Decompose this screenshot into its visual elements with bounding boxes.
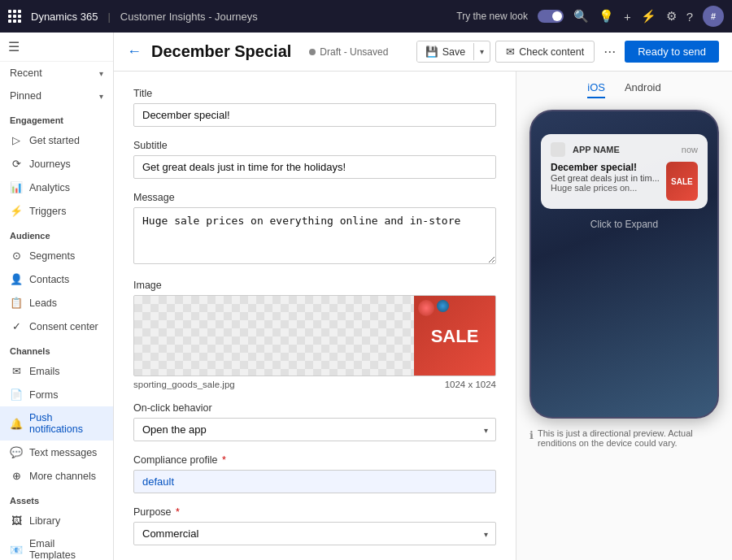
- sidebar-item-pinned[interactable]: Pinned ▾: [0, 85, 113, 107]
- sidebar-item-more-channels[interactable]: ⊕ More channels: [0, 464, 113, 488]
- sale-text: SALE: [431, 326, 479, 347]
- search-icon[interactable]: 🔍: [573, 9, 589, 24]
- phone-mockup: APP NAME now December special! Get great…: [529, 110, 719, 419]
- image-meta: sporting_goods_sale.jpg 1024 x 1024: [133, 380, 496, 389]
- library-icon: 🖼: [10, 514, 23, 527]
- sidebar-item-label: Segments: [29, 250, 75, 262]
- image-filename: sporting_goods_sale.jpg: [133, 380, 235, 389]
- notif-app-icon: [551, 142, 565, 157]
- check-content-button[interactable]: ✉ Check content: [495, 41, 595, 63]
- sidebar-item-label: Contacts: [29, 274, 69, 285]
- sidebar-item-library[interactable]: 🖼 Library: [0, 509, 113, 532]
- onclick-field-group: On-click behavior Open the app ▾: [133, 402, 496, 441]
- sidebar-item-analytics[interactable]: 📊 Analytics: [0, 176, 113, 199]
- notif-header: APP NAME now: [551, 142, 698, 157]
- help-icon[interactable]: ?: [686, 10, 693, 24]
- sidebar-item-journeys[interactable]: ⟳ Journeys: [0, 152, 113, 176]
- settings-icon[interactable]: ⚙: [666, 9, 677, 24]
- image-label: Image: [133, 280, 496, 291]
- notif-image: SALE: [666, 162, 698, 201]
- hamburger-icon[interactable]: ☰: [8, 39, 20, 54]
- compliance-input[interactable]: [133, 470, 496, 493]
- decoration-1: [418, 300, 434, 316]
- subtitle-field-group: Subtitle: [133, 140, 496, 179]
- filter-icon[interactable]: ⚡: [641, 9, 656, 24]
- sidebar-item-label: Emails: [29, 366, 60, 377]
- message-label: Message: [133, 192, 496, 203]
- purpose-label: Purpose *: [133, 506, 496, 518]
- notif-subtitle: Get great deals just in tim...: [551, 173, 660, 183]
- app-launcher-icon[interactable]: [8, 10, 21, 23]
- notification-card: APP NAME now December special! Get great…: [541, 134, 708, 209]
- form-panel: Title Subtitle Message Huge sale prices …: [114, 72, 516, 560]
- section-title-assets: Assets: [0, 488, 113, 509]
- sidebar-item-label: Leads: [29, 297, 57, 309]
- notif-body: December special! Get great deals just i…: [551, 162, 698, 201]
- sidebar-item-label: Triggers: [29, 206, 66, 217]
- preview-panel: iOS Android APP NAME now: [516, 72, 732, 560]
- back-button[interactable]: ←: [127, 43, 142, 60]
- sidebar: ☰ Recent ▾ Pinned ▾ Engagement ▷ Get sta…: [0, 33, 114, 560]
- save-dropdown-button[interactable]: ▾: [473, 43, 490, 60]
- message-textarea[interactable]: Huge sale prices on everything online an…: [133, 207, 496, 264]
- journey-icon: ⟳: [10, 158, 23, 170]
- sidebar-item-contacts[interactable]: 👤 Contacts: [0, 267, 113, 291]
- draft-status: Draft - Unsaved: [309, 46, 388, 58]
- sale-image: SALE: [414, 296, 495, 376]
- onclick-label: On-click behavior: [133, 402, 496, 414]
- sidebar-item-label: Library: [29, 515, 60, 527]
- chevron-down-icon: ▾: [99, 69, 103, 78]
- sidebar-item-push-notifications[interactable]: 🔔 Push notifications: [0, 406, 113, 441]
- sidebar-item-consent[interactable]: ✓ Consent center: [0, 315, 113, 338]
- save-button[interactable]: 💾 Save: [417, 41, 474, 62]
- sidebar-header: ☰: [0, 33, 113, 62]
- subtitle-input[interactable]: [133, 155, 496, 179]
- required-marker: *: [222, 454, 226, 466]
- more-channels-icon: ⊕: [10, 470, 23, 482]
- image-preview: SALE: [414, 296, 495, 376]
- purpose-select[interactable]: Commercial: [133, 522, 496, 545]
- notif-message: Huge sale prices on...: [551, 183, 660, 193]
- sidebar-item-email-templates[interactable]: 📧 Email Templates: [0, 532, 113, 560]
- sidebar-item-label: Consent center: [29, 321, 98, 332]
- sidebar-item-label: Forms: [29, 389, 58, 401]
- tab-android[interactable]: Android: [625, 81, 661, 98]
- sidebar-item-label: Analytics: [29, 182, 70, 193]
- section-title-channels: Channels: [0, 338, 113, 359]
- title-input[interactable]: [133, 103, 496, 127]
- analytics-icon: 📊: [10, 181, 23, 193]
- sidebar-item-get-started[interactable]: ▷ Get started: [0, 128, 113, 152]
- try-new-look-toggle[interactable]: [538, 10, 564, 23]
- purpose-field-group: Purpose * Commercial ▾: [133, 506, 496, 545]
- preview-note: ℹ This is just a directional preview. Ac…: [529, 428, 719, 448]
- image-upload-area[interactable]: SALE: [133, 295, 496, 376]
- sidebar-item-recent[interactable]: Recent ▾: [0, 62, 113, 85]
- add-icon[interactable]: +: [624, 10, 631, 24]
- required-marker: *: [176, 506, 180, 518]
- more-options-button[interactable]: ···: [599, 41, 620, 62]
- sidebar-item-leads[interactable]: 📋 Leads: [0, 291, 113, 315]
- notif-text-area: December special! Get great deals just i…: [551, 162, 660, 201]
- module-name: Customer Insights - Journeys: [120, 11, 258, 23]
- segments-icon: ⊙: [10, 250, 23, 262]
- forms-icon: 📄: [10, 389, 23, 401]
- onclick-select[interactable]: Open the app: [133, 418, 496, 441]
- save-button-group: 💾 Save ▾: [416, 41, 491, 63]
- bulb-icon[interactable]: 💡: [599, 9, 614, 24]
- contacts-icon: 👤: [10, 273, 23, 285]
- sidebar-item-label: Email Templates: [29, 538, 103, 560]
- sidebar-item-segments[interactable]: ⊙ Segments: [0, 244, 113, 267]
- notif-app-name: APP NAME: [573, 145, 620, 154]
- sidebar-item-label: Text messages: [29, 447, 97, 458]
- ready-to-send-button[interactable]: Ready to send: [625, 41, 719, 63]
- avatar[interactable]: #: [703, 6, 724, 27]
- sidebar-item-triggers[interactable]: ⚡ Triggers: [0, 199, 113, 223]
- sidebar-item-emails[interactable]: ✉ Emails: [0, 359, 113, 383]
- pinned-label: Pinned: [10, 90, 41, 102]
- sidebar-item-forms[interactable]: 📄 Forms: [0, 383, 113, 406]
- section-title-engagement: Engagement: [0, 107, 113, 128]
- email-templates-icon: 📧: [10, 544, 23, 556]
- tab-ios[interactable]: iOS: [587, 81, 605, 98]
- sidebar-item-text-messages[interactable]: 💬 Text messages: [0, 441, 113, 464]
- message-field-group: Message Huge sale prices on everything o…: [133, 192, 496, 267]
